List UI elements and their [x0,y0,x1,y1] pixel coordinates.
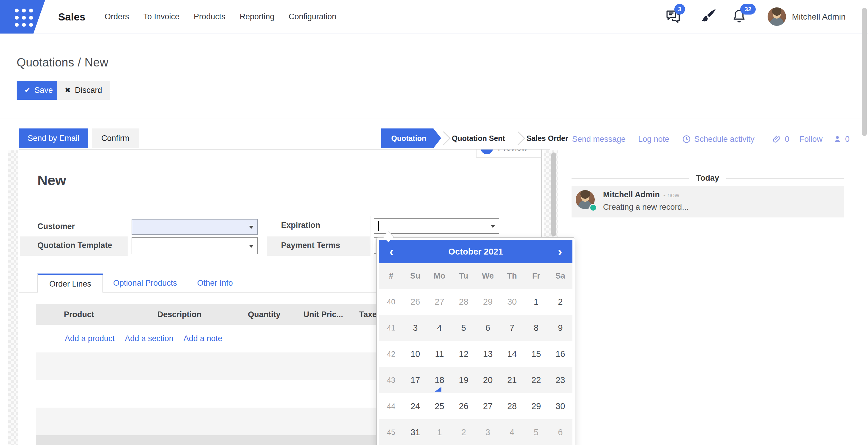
stage-button[interactable]: Sales Order [516,129,579,148]
datepicker-day[interactable]: 15 [524,341,548,367]
datepicker-day[interactable]: 29 [524,393,548,419]
datepicker-day[interactable]: 4 [500,419,524,445]
day-header: Th [500,271,524,281]
datepicker-day[interactable]: 16 [548,341,572,367]
day-header: Su [403,271,427,281]
customer-input[interactable] [132,219,258,235]
datepicker-day[interactable]: 6 [476,315,500,341]
user-menu[interactable]: Mitchell Admin [792,0,846,34]
datepicker-day[interactable]: 27 [428,289,452,315]
follow-button[interactable]: Follow [799,135,823,144]
apps-menu-button[interactable] [0,0,45,34]
datepicker-day[interactable]: 14 [500,341,524,367]
add-line-link[interactable]: Add a section [125,334,174,343]
datepicker-day[interactable]: 8 [524,315,548,341]
quotation-template-input[interactable] [132,237,258,254]
schedule-activity-link[interactable]: Schedule activity [682,134,754,144]
confirm-button[interactable]: Confirm [92,129,139,148]
odoo-sales-screen: Sales Orders To Invoice Products Reporti… [0,0,868,445]
add-line-link[interactable]: Add a product [65,334,115,343]
datepicker-day[interactable]: 1 [524,289,548,315]
datepicker-day[interactable]: 5 [524,419,548,445]
stage-button[interactable]: Quotation [381,129,441,148]
datepicker-day[interactable]: 29 [476,289,500,315]
datepicker-day[interactable]: 22 [524,367,548,393]
notebook-tab[interactable]: Other Info [187,274,243,293]
datepicker-day[interactable]: 5 [452,315,475,341]
datepicker-month-label[interactable]: October 2021 [404,247,548,256]
datepicker-day[interactable]: 28 [500,393,524,419]
field-group-separator [370,216,370,256]
messages-badge: 3 [674,4,685,14]
datepicker-day[interactable]: 30 [500,289,524,315]
datepicker-day[interactable]: 26 [452,393,475,419]
column-header: Product [64,310,94,319]
quotation-template-label: Quotation Template [37,241,112,250]
save-button[interactable]: ✔ Save [17,81,61,100]
datepicker-day[interactable]: 24 [403,393,427,419]
prev-month-button[interactable]: ‹ [379,240,404,263]
user-avatar[interactable] [768,7,786,26]
form-scrollbar-thumb[interactable] [551,152,556,236]
datepicker-day[interactable]: 7 [500,315,524,341]
datepicker-week-row: 40 26 27 28 29 30 [379,289,572,315]
send-message-link[interactable]: Send message [572,135,626,144]
datepicker-day[interactable]: 19 [452,367,475,393]
check-icon: ✔ [24,86,30,94]
menu-item[interactable]: Reporting [240,12,275,21]
form-statusbar: Send by Email Confirm Quotation Quotatio… [19,128,550,149]
datepicker-day[interactable]: 3 [403,315,427,341]
next-month-button[interactable]: › [548,240,572,263]
datepicker-day[interactable]: 2 [452,419,475,445]
week-number: 43 [379,376,403,384]
add-line-link[interactable]: Add a note [184,334,222,343]
datepicker-day[interactable]: 2 [548,289,572,315]
left-gutter [8,150,18,445]
datepicker-day[interactable]: 13 [476,341,500,367]
attachments-button[interactable]: 0 [772,134,789,144]
datepicker-day[interactable]: 18 [428,367,452,393]
datepicker-header: ‹ October 2021 › [379,240,572,263]
expiration-input[interactable] [374,218,499,234]
menu-item[interactable]: Orders [104,12,129,21]
datepicker-day[interactable]: 31 [403,419,427,445]
datepicker-day[interactable]: 21 [500,367,524,393]
notebook-tab[interactable]: Optional Products [103,274,187,293]
datepicker-day[interactable]: 6 [548,419,572,445]
log-note-link[interactable]: Log note [638,135,669,144]
person-icon [833,134,842,144]
datepicker-day[interactable]: 9 [548,315,572,341]
datepicker-day[interactable]: 11 [428,341,452,367]
discard-button[interactable]: ✖ Discard [57,81,110,100]
send-by-email-button[interactable]: Send by Email [19,129,88,148]
datepicker-day[interactable]: 20 [476,367,500,393]
datepicker-day[interactable]: 12 [452,341,475,367]
attachments-count: 0 [785,135,789,144]
datepicker-day[interactable]: 17 [403,367,427,393]
datepicker-day[interactable]: 26 [403,289,427,315]
followers-button[interactable]: 0 [833,134,849,144]
datepicker-day[interactable]: 1 [428,419,452,445]
app-name[interactable]: Sales [58,0,85,34]
menu-item[interactable]: To Invoice [144,12,180,21]
datepicker-day[interactable]: 28 [452,289,475,315]
notebook-tab[interactable]: Order Lines [37,274,103,293]
page-scrollbar-thumb[interactable] [862,8,867,136]
menu-item[interactable]: Products [194,12,225,21]
datepicker-day[interactable]: 25 [428,393,452,419]
datepicker-day[interactable]: 10 [403,341,427,367]
stage-button[interactable]: Quotation Sent [441,129,516,148]
datepicker-day[interactable]: 4 [428,315,452,341]
theme-brush-icon[interactable] [699,8,717,26]
stage-pipeline: Quotation Quotation Sent Sales Order [381,129,579,148]
datepicker-week-row: 45 31 1 2 3 4 5 [379,419,572,445]
menu-item[interactable]: Configuration [289,12,337,21]
datepicker-day[interactable]: 3 [476,419,500,445]
chatter-actions: Send message Log note Schedule activity [572,133,754,146]
payment-terms-label: Payment Terms [281,241,340,250]
message-author: Mitchell Admin- now [603,190,679,199]
breadcrumb-section[interactable]: Quotations [17,56,74,69]
datepicker-day[interactable]: 27 [476,393,500,419]
datepicker-day[interactable]: 30 [548,393,572,419]
datepicker-day[interactable]: 23 [548,367,572,393]
